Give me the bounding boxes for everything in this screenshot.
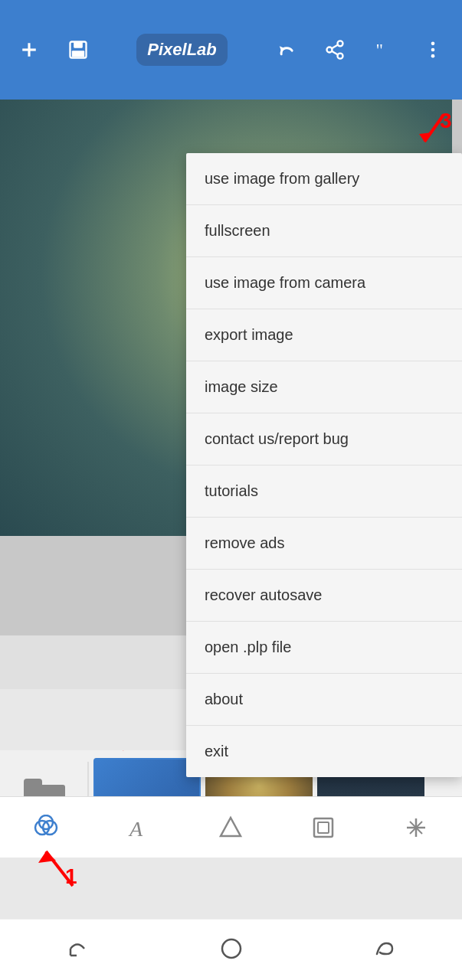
menu-item-open-plp[interactable]: open .plp file — [186, 622, 462, 674]
svg-rect-29 — [318, 822, 329, 833]
svg-point-13 — [431, 54, 435, 58]
quote-button[interactable]: " — [367, 33, 401, 67]
svg-text:A: A — [128, 817, 143, 841]
menu-item-tutorials[interactable]: tutorials — [186, 466, 462, 518]
menu-item-image-size[interactable]: image size — [186, 361, 462, 413]
menu-item-use-gallery[interactable]: use image from gallery — [186, 153, 462, 205]
save-button[interactable] — [61, 33, 95, 67]
svg-point-6 — [327, 47, 333, 53]
menu-item-exit[interactable]: exit — [186, 726, 462, 777]
toolbar: PixelLab " — [0, 0, 462, 100]
share-button[interactable] — [318, 33, 352, 67]
bottom-nav: 1 A — [0, 796, 462, 858]
svg-text:": " — [376, 40, 384, 60]
svg-rect-3 — [74, 42, 83, 48]
nav-effects2-button[interactable] — [397, 808, 435, 847]
svg-text:1: 1 — [65, 864, 77, 888]
app-logo[interactable]: PixelLab — [136, 34, 227, 66]
dropdown-menu: use image from gallery fullscreen use im… — [186, 153, 462, 777]
menu-item-fullscreen[interactable]: fullscreen — [186, 205, 462, 257]
menu-item-contact-us[interactable]: contact us/report bug — [186, 413, 462, 466]
nav-effects-button[interactable]: 1 — [27, 808, 65, 847]
menu-item-use-camera[interactable]: use image from camera — [186, 257, 462, 309]
svg-point-5 — [338, 41, 343, 46]
svg-line-9 — [332, 45, 338, 49]
canvas-area[interactable]: use image from gallery fullscreen use im… — [0, 100, 462, 635]
add-button[interactable] — [12, 33, 46, 67]
svg-point-7 — [338, 54, 343, 59]
svg-marker-24 — [38, 851, 56, 863]
svg-line-23 — [46, 851, 73, 886]
menu-item-remove-ads[interactable]: remove ads — [186, 518, 462, 570]
svg-marker-27 — [221, 818, 241, 836]
system-nav — [0, 919, 462, 980]
svg-point-12 — [431, 48, 435, 52]
svg-line-8 — [332, 51, 338, 55]
system-home-button[interactable] — [218, 936, 244, 965]
svg-point-11 — [431, 42, 435, 46]
svg-point-36 — [222, 939, 241, 958]
nav-shapes-button[interactable] — [211, 808, 250, 847]
menu-item-export-image[interactable]: export image — [186, 309, 462, 361]
nav-text-button[interactable]: A — [120, 808, 158, 847]
system-recents-button[interactable] — [372, 936, 398, 965]
menu-item-recover-autosave[interactable]: recover autosave — [186, 570, 462, 622]
menu-item-about[interactable]: about — [186, 674, 462, 726]
more-button[interactable] — [416, 33, 450, 67]
svg-rect-28 — [314, 818, 333, 837]
undo-button[interactable] — [269, 33, 303, 67]
system-back-button[interactable] — [64, 936, 90, 965]
nav-frames-button[interactable] — [304, 808, 342, 847]
svg-rect-4 — [72, 51, 84, 57]
